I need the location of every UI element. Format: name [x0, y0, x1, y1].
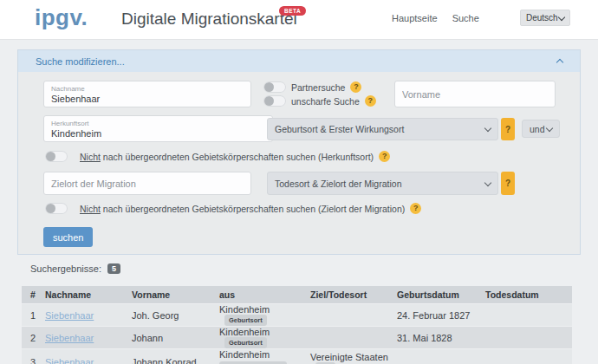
unscharfe-suche-label: unscharfe Suche: [291, 96, 360, 107]
nicht-zielort-toggle[interactable]: [45, 203, 68, 214]
vorname-input[interactable]: [402, 81, 548, 107]
results-table-head-row: #NachnameVornameausZiel/TodesortGeburtsd…: [22, 286, 572, 304]
app-logo[interactable]: ipgv.: [35, 4, 88, 31]
cell-ziel: [310, 327, 397, 349]
search-panel-title: Suche modifizieren...: [36, 56, 125, 67]
herkunftsort-label: Herkunftsort: [51, 120, 89, 127]
chevron-down-icon: [558, 13, 565, 20]
nachname-label: Nachname: [51, 85, 85, 93]
cell-vorname: Johann: [132, 327, 219, 349]
nachname-field: Nachname: [43, 81, 251, 107]
nicht-underlined: Nicht: [80, 152, 101, 162]
search-panel-toggle[interactable]: Suche modifizieren...: [18, 50, 580, 72]
cell-todesdatum: [485, 304, 572, 327]
nicht-zielort-help-icon[interactable]: ?: [410, 203, 421, 214]
page-title: Digitale Migrationskartei: [121, 10, 297, 29]
cell-nachname: Siebenhaar: [45, 327, 132, 349]
nicht-herkunftsort-rest: nach übergeordneten Gebietskörperschafte…: [101, 152, 374, 162]
cell-aus: KindenheimGeburtsort: [219, 304, 310, 327]
nicht-zielort-row: Nicht nach übergeordneten Gebietskörpers…: [45, 203, 421, 214]
nachname-link[interactable]: Siebenhaar: [45, 310, 94, 321]
nicht-herkunftsort-help-icon[interactable]: ?: [379, 151, 390, 162]
main-nav: Hauptseite Suche: [392, 13, 491, 23]
nicht-zielort-rest: nach übergeordneten Gebietskörperschafte…: [101, 204, 405, 214]
column-header: Nachname: [45, 286, 132, 304]
partnersuche-label: Partnersuche: [291, 82, 345, 93]
partnersuche-toggle[interactable]: [263, 81, 286, 93]
cell-num: 3: [22, 349, 45, 364]
place-name: Kindenheim: [219, 304, 270, 315]
results-summary: Suchergebnisse: 5: [30, 263, 120, 274]
aus-type-badge: Geburtsort: [224, 337, 267, 348]
nachname-input[interactable]: [51, 94, 244, 104]
unscharfe-suche-help-icon[interactable]: ?: [365, 95, 376, 107]
column-header: Geburtsdatum: [397, 286, 485, 304]
column-header: Todesdatum: [485, 286, 572, 304]
nachname-link[interactable]: Siebenhaar: [45, 333, 94, 343]
results-table: #NachnameVornameausZiel/TodesortGeburtsd…: [22, 286, 572, 364]
column-header: Vorname: [132, 286, 219, 304]
language-selector[interactable]: Deutsch: [520, 10, 570, 26]
place-name: Kindenheim: [219, 349, 270, 360]
vorname-field: [394, 81, 556, 107]
herkunftsort-help-button[interactable]: ?: [501, 118, 515, 140]
cell-num: 2: [22, 327, 45, 349]
zielort-input[interactable]: [51, 172, 244, 194]
chevron-down-icon: [484, 125, 491, 132]
zielort-field: [43, 172, 251, 195]
nachname-link[interactable]: Siebenhaar: [45, 357, 94, 364]
language-selected-label: Deutsch: [526, 13, 558, 23]
cell-ziel: Vereinigte StaatenZiel: [310, 349, 397, 364]
app-root: ipgv. Digitale Migrationskartei BETA Hau…: [0, 0, 598, 364]
herkunftsort-type-select[interactable]: Geburtsort & Erster Wirkungsort: [267, 118, 498, 140]
nav-suche[interactable]: Suche: [452, 13, 479, 23]
zielort-type-select[interactable]: Todesort & Zielort der Migration: [267, 172, 498, 195]
column-header: Ziel/Todesort: [310, 286, 397, 304]
chevron-down-icon: [546, 124, 553, 131]
cell-nachname: Siebenhaar: [45, 349, 132, 364]
nicht-herkunftsort-row: Nicht nach übergeordneten Gebietskörpers…: [45, 151, 390, 162]
column-header: aus: [219, 286, 310, 304]
nicht-zielort-label: Nicht nach übergeordneten Gebietskörpers…: [80, 204, 405, 214]
app-header: ipgv. Digitale Migrationskartei BETA Hau…: [0, 0, 598, 40]
chevron-down-icon: [484, 179, 491, 185]
nicht-herkunftsort-toggle[interactable]: [45, 151, 68, 162]
cell-geburtsdatum: 31. Mai 1828: [397, 327, 485, 349]
herkunftsort-type-value: Geburtsort & Erster Wirkungsort: [275, 124, 404, 134]
cell-geburtsdatum: [397, 349, 485, 364]
column-header: #: [22, 286, 45, 304]
partnersuche-help-icon[interactable]: ?: [350, 81, 361, 93]
cell-vorname: Johann Konrad: [132, 349, 219, 364]
table-row: 3SiebenhaarJohann KonradKindenheimErster…: [22, 349, 572, 364]
chevron-up-icon: [556, 59, 563, 66]
cell-num: 1: [22, 304, 45, 327]
cell-geburtsdatum: 24. Februar 1827: [397, 304, 485, 327]
table-row: 1SiebenhaarJoh. GeorgKindenheimGeburtsor…: [22, 304, 572, 327]
nicht-herkunftsort-label: Nicht nach übergeordneten Gebietskörpers…: [80, 152, 374, 162]
operator-value: und: [530, 124, 545, 134]
cell-vorname: Joh. Georg: [132, 304, 219, 327]
cell-nachname: Siebenhaar: [45, 304, 132, 327]
beta-badge: BETA: [279, 6, 306, 16]
results-count-badge: 5: [107, 263, 120, 274]
cell-todesdatum: [485, 349, 572, 364]
cell-aus: KindenheimErster Wirkungsort: [219, 349, 310, 364]
cell-aus: KindenheimGeburtsort: [219, 327, 310, 349]
zielort-type-value: Todesort & Zielort der Migration: [275, 179, 401, 189]
cell-ziel: [310, 304, 397, 327]
unscharfe-suche-toggle[interactable]: [263, 95, 286, 107]
results-table-body: 1SiebenhaarJoh. GeorgKindenheimGeburtsor…: [22, 304, 572, 364]
zielort-help-button[interactable]: ?: [501, 172, 515, 195]
operator-select[interactable]: und: [522, 120, 560, 138]
nav-hauptseite[interactable]: Hauptseite: [392, 13, 438, 23]
nicht-underlined: Nicht: [80, 204, 101, 214]
results-label: Suchergebnisse:: [30, 263, 101, 274]
search-button[interactable]: suchen: [43, 227, 93, 247]
cell-todesdatum: [485, 327, 572, 349]
place-name: Kindenheim: [219, 327, 270, 337]
aus-type-badge: Geburtsort: [224, 315, 267, 326]
herkunftsort-field: Herkunftsort: [43, 115, 273, 142]
herkunftsort-input[interactable]: [51, 128, 265, 139]
search-option-toggles: Partnersuche ? unscharfe Suche ?: [263, 81, 376, 107]
table-row: 2SiebenhaarJohannKindenheimGeburtsort31.…: [22, 327, 572, 349]
